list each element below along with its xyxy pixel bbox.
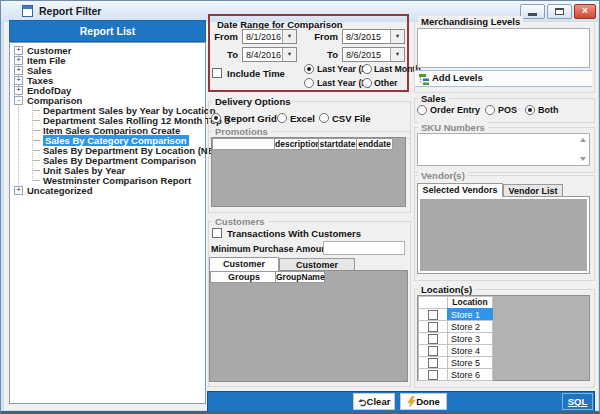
promotions-enddate-header: enddate <box>356 138 393 150</box>
both-label[interactable]: Both <box>538 105 559 115</box>
transactions-with-customers-checkbox[interactable] <box>212 228 222 238</box>
locations-title: Location(s) <box>418 284 475 295</box>
excel-radio[interactable] <box>277 113 287 123</box>
store-3-checkbox[interactable] <box>428 334 438 344</box>
done-lightning-icon <box>407 396 416 407</box>
merchandising-levels-list[interactable] <box>417 28 590 68</box>
to-label-2: To <box>311 49 338 60</box>
pos-label[interactable]: POS <box>498 105 517 115</box>
from-date-2-value: 8/3/2015 <box>343 30 390 43</box>
other-label[interactable]: Other <box>374 78 397 88</box>
include-time-checkbox[interactable] <box>212 68 222 78</box>
store-5-checkbox[interactable] <box>428 358 438 368</box>
customers-title: Customers <box>212 216 268 227</box>
maximize-icon <box>555 8 564 15</box>
tree-branch-line <box>32 160 40 161</box>
sales-title: Sales <box>418 93 449 104</box>
from-date-1-combobox[interactable]: 8/1/2016 ▼ <box>242 29 297 44</box>
vendors-title: Vendor(s) <box>418 170 468 181</box>
to-date-2-value: 8/6/2015 <box>343 48 390 61</box>
to-date-1-value: 8/4/2016 <box>243 48 282 61</box>
tree-collapse-icon[interactable]: - <box>14 96 23 105</box>
store-4-checkbox[interactable] <box>428 346 438 356</box>
customer-groups-tab[interactable]: Customer Groups <box>209 257 279 271</box>
merchandising-levels-title: Merchandising Levels <box>418 16 523 27</box>
clear-label: Clear <box>367 396 391 407</box>
groupname-header: GroupName <box>275 271 325 283</box>
report-grid-label[interactable]: Report Grid <box>224 113 277 124</box>
order-entry-radio[interactable] <box>417 105 427 115</box>
locations-grid[interactable]: Location Store 1 Store 2 Store 3 Store 4… <box>417 295 590 381</box>
last-year-d-radio[interactable] <box>304 78 314 88</box>
transactions-with-customers-label[interactable]: Transactions With Customers <box>227 228 361 239</box>
order-entry-label[interactable]: Order Entry <box>430 105 480 115</box>
store-1-checkbox[interactable] <box>428 310 438 320</box>
tree-branch-line <box>32 170 40 171</box>
tree-expand-icon[interactable]: + <box>14 86 23 95</box>
last-month-radio[interactable] <box>362 64 372 74</box>
store-row-selector[interactable] <box>418 368 448 381</box>
close-icon: × <box>582 5 588 16</box>
tree-item-uncategorized[interactable]: Uncategorized <box>27 185 92 196</box>
excel-label[interactable]: Excel <box>290 113 315 124</box>
report-filter-app-icon <box>22 5 33 17</box>
add-levels-button[interactable]: Add Levels <box>415 70 592 87</box>
selected-vendors-empty-area <box>420 199 587 271</box>
tree-expand-icon[interactable]: + <box>14 56 23 65</box>
sku-numbers-title: SKU Numbers <box>418 122 488 133</box>
pos-radio[interactable] <box>485 105 495 115</box>
selected-vendors-tab[interactable]: Selected Vendors <box>417 183 503 197</box>
customer-groups-grid[interactable]: GroupName <box>209 270 408 382</box>
dropdown-arrow-icon[interactable]: ▼ <box>390 48 404 61</box>
store-6-cell[interactable]: Store 6 <box>447 368 493 381</box>
scroll-up-icon[interactable] <box>580 138 586 142</box>
sql-link[interactable]: SQL <box>562 393 593 410</box>
maximize-button[interactable] <box>547 4 572 19</box>
promotions-grid[interactable]: description startdate enddate <box>211 137 406 207</box>
both-radio[interactable] <box>525 105 535 115</box>
csv-file-label[interactable]: CSV File <box>332 113 371 124</box>
from-label-1: From <box>211 31 238 42</box>
promotions-row-selector-header <box>212 138 275 150</box>
tree-branch-line <box>32 130 40 131</box>
tree-expand-icon[interactable]: + <box>14 46 23 55</box>
close-button[interactable]: × <box>574 4 596 19</box>
done-button[interactable]: Done <box>400 393 447 410</box>
other-radio[interactable] <box>362 78 372 88</box>
window-title: Report Filter <box>39 5 101 17</box>
tree-branch-line <box>32 140 40 141</box>
scroll-down-icon[interactable] <box>580 157 586 161</box>
delivery-options-title: Delivery Options <box>212 96 294 107</box>
tree-branch-line <box>32 120 40 121</box>
to-date-2-combobox[interactable]: 8/6/2015 ▼ <box>342 47 405 62</box>
done-label: Done <box>416 396 440 407</box>
csv-file-radio[interactable] <box>319 113 329 123</box>
dropdown-arrow-icon[interactable]: ▼ <box>282 30 296 43</box>
add-levels-label: Add Levels <box>432 72 483 83</box>
minimize-icon <box>528 13 537 16</box>
to-label-1: To <box>211 49 238 60</box>
dropdown-arrow-icon[interactable]: ▼ <box>282 48 296 61</box>
minimize-button[interactable] <box>520 4 545 19</box>
promotions-title: Promotions <box>212 126 271 137</box>
selected-vendors-panel[interactable] <box>417 196 590 274</box>
tree-expand-icon[interactable]: + <box>14 76 23 85</box>
from-date-2-combobox[interactable]: 8/3/2015 ▼ <box>342 29 405 44</box>
tree-expand-icon[interactable]: + <box>14 186 23 195</box>
from-label-2: From <box>311 31 338 42</box>
tree-expand-icon[interactable]: + <box>14 66 23 75</box>
dropdown-arrow-icon[interactable]: ▼ <box>390 30 404 43</box>
report-grid-radio[interactable] <box>211 113 221 123</box>
tree-branch-line <box>32 110 40 111</box>
store-2-checkbox[interactable] <box>428 322 438 332</box>
clear-button[interactable]: Clear <box>353 393 395 410</box>
sku-numbers-textarea[interactable] <box>417 133 590 166</box>
report-filter-window: Report Filter × Report List + Customer +… <box>0 0 600 414</box>
to-date-1-combobox[interactable]: 8/4/2016 ▼ <box>242 47 297 62</box>
last-year-p-radio[interactable] <box>304 64 314 74</box>
report-list-header: Report List <box>9 20 206 42</box>
include-time-label[interactable]: Include Time <box>227 68 285 79</box>
tree-branch-line <box>32 150 40 151</box>
store-6-checkbox[interactable] <box>428 370 438 380</box>
minimum-purchase-input[interactable] <box>323 241 405 255</box>
